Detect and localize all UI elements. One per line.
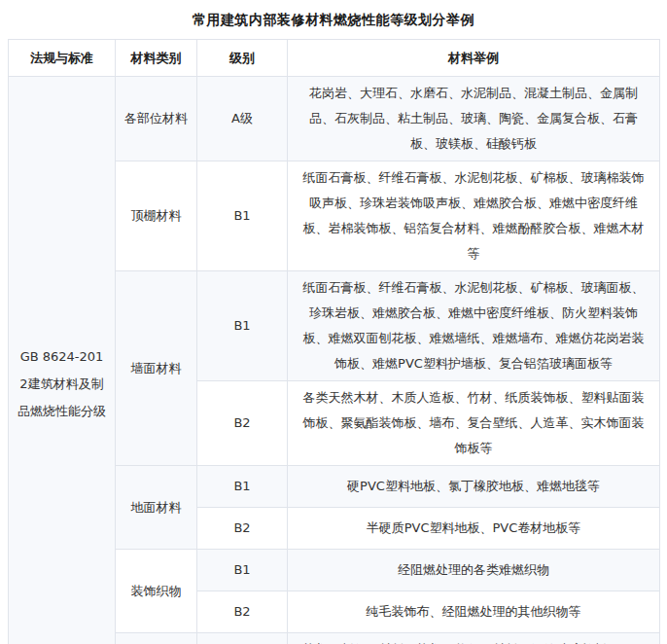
- examples-cell: 半硬质PVC塑料地板、PVC卷材地板等: [288, 508, 660, 550]
- level-cell: B2: [197, 591, 288, 633]
- header-row: 法规与标准 材料类别 级别 材料举例: [9, 40, 660, 77]
- examples-cell: 纸面石膏板、纤维石膏板、水泥刨花板、矿棉板、玻璃面板、珍珠岩板、难燃胶合板、难燃…: [288, 271, 660, 381]
- level-cell: A级: [197, 77, 288, 161]
- page-title: 常用建筑内部装修材料燃烧性能等级划分举例: [8, 10, 659, 39]
- table-body: GB 8624-2012建筑材料及制品燃烧性能分级 各部位材料 A级 花岗岩、大…: [9, 77, 660, 644]
- category-cell: 装饰织物: [116, 550, 197, 633]
- category-cell: 保温材料: [116, 633, 197, 644]
- header-examples: 材料举例: [288, 40, 660, 77]
- category-cell: 各部位材料: [116, 77, 197, 161]
- examples-cell: 各类天然木材、木质人造板、竹材、纸质装饰板、塑料贴面装饰板、聚氨酯装饰板、墙布、…: [288, 381, 660, 466]
- examples-cell: 纸面石膏板、纤维石膏板、水泥刨花板、矿棉板、玻璃棉装饰吸声板、珍珠岩装饰吸声板、…: [288, 161, 660, 271]
- examples-cell: 硬PVC塑料地板、氯丁橡胶地板、难燃地毯等: [288, 466, 660, 508]
- category-cell: 地面材料: [116, 466, 197, 550]
- level-cell: B1: [197, 550, 288, 591]
- header-regulation: 法规与标准: [9, 40, 116, 77]
- examples-cell: 橡塑平板保温材料、橡塑管状保温材料、铝箔玻璃棉板、XPS挤塑板、EPS泡沫板等: [288, 633, 660, 644]
- fire-rating-table: 法规与标准 材料类别 级别 材料举例 GB 8624-2012建筑材料及制品燃烧…: [8, 39, 660, 644]
- page: 常用建筑内部装修材料燃烧性能等级划分举例 法规与标准 材料类别 级别 材料举例 …: [0, 0, 667, 644]
- header-level: 级别: [197, 40, 288, 77]
- examples-cell: 花岗岩、大理石、水磨石、水泥制品、混凝土制品、金属制品、石灰制品、粘土制品、玻璃…: [288, 77, 660, 161]
- regulation-cell: GB 8624-2012建筑材料及制品燃烧性能分级: [9, 77, 116, 644]
- table-row: GB 8624-2012建筑材料及制品燃烧性能分级 各部位材料 A级 花岗岩、大…: [9, 77, 660, 161]
- examples-cell: 纯毛装饰布、经阻燃处理的其他织物等: [288, 591, 660, 633]
- level-cell: B1: [197, 466, 288, 508]
- level-cell: B1: [197, 271, 288, 381]
- table-header: 法规与标准 材料类别 级别 材料举例: [9, 40, 660, 77]
- level-cell: B1: [197, 633, 288, 644]
- level-cell: B2: [197, 381, 288, 466]
- header-category: 材料类别: [116, 40, 197, 77]
- category-cell: 顶棚材料: [116, 161, 197, 271]
- examples-cell: 经阻燃处理的各类难燃织物: [288, 550, 660, 591]
- category-cell: 墙面材料: [116, 271, 197, 466]
- level-cell: B1: [197, 161, 288, 271]
- level-cell: B2: [197, 508, 288, 550]
